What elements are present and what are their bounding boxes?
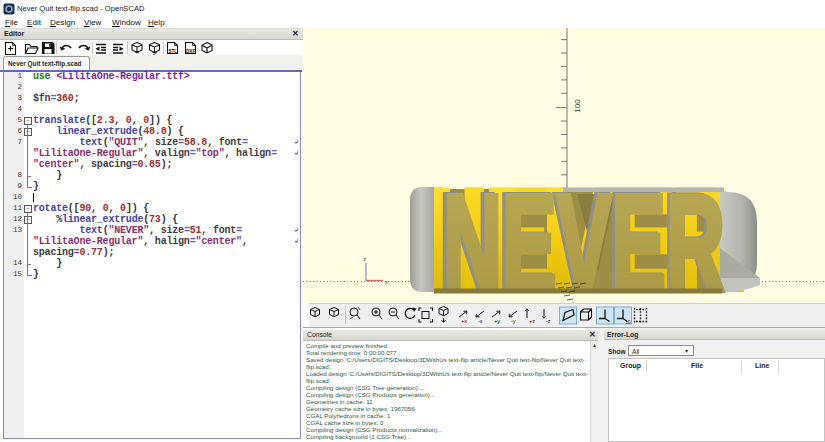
svg-text:DXF: DXF	[186, 49, 195, 54]
svg-text:100: 100	[573, 99, 582, 113]
svg-text:+x: +x	[461, 318, 467, 324]
svg-text:-y: -y	[511, 318, 516, 324]
svg-text:z: z	[364, 256, 367, 262]
svg-text:NEVER: NEVER	[443, 166, 725, 303]
svg-text:+z: +z	[529, 318, 535, 324]
svg-text:-z: -z	[546, 318, 551, 324]
svg-text:-x: -x	[478, 318, 483, 324]
svg-text:STL: STL	[169, 49, 178, 54]
svg-text:x: x	[385, 279, 388, 285]
svg-text:+y: +y	[494, 318, 500, 324]
svg-text:10: 10	[626, 320, 632, 325]
